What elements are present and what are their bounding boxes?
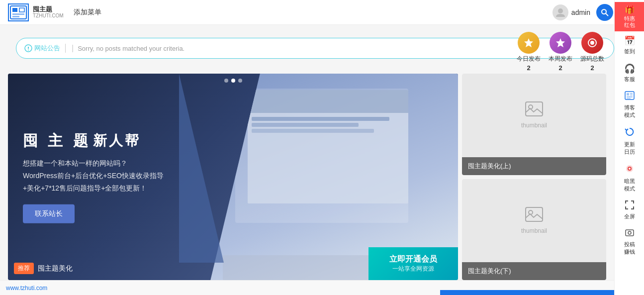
search-button[interactable] xyxy=(596,4,613,21)
card-bottom[interactable]: thumbnail 囤主题美化(下) xyxy=(462,179,606,281)
tag-badge: 推荐 xyxy=(14,263,34,274)
stat-today-label: 今日发布 xyxy=(517,55,541,63)
svg-rect-13 xyxy=(630,93,633,94)
svg-rect-4 xyxy=(12,16,19,17)
earn-icon xyxy=(625,228,634,239)
right-sidebar: 🎁 特惠红包 📅 签到 🎧 客服 博客模式 更新日历 暗黑模式 全屏 xyxy=(614,0,644,295)
svg-rect-12 xyxy=(627,98,631,99)
sidebar-update-label: 更新日历 xyxy=(624,141,635,156)
sidebar-signin-label: 签到 xyxy=(624,48,635,55)
moon-icon xyxy=(625,164,635,176)
svg-rect-10 xyxy=(627,93,629,96)
card-footer-bottom: 囤主题美化(下) xyxy=(462,262,606,280)
card-thumb-text-top: thumbnail xyxy=(521,122,547,129)
cta-line1: 立即开通会员 xyxy=(376,254,450,265)
headphone-icon: 🎧 xyxy=(624,63,635,74)
header: 囤主题 TZHUTI.COM 添加菜单 admin xyxy=(0,0,644,25)
svg-rect-11 xyxy=(627,97,633,98)
main-content: 囤 主 题 新人帮 想搭建一个和本站一样的网站吗？ WordPress前台+后台… xyxy=(0,74,614,280)
svg-point-22 xyxy=(28,50,29,51)
announcement-separator: | xyxy=(72,44,74,53)
stat-week-count: 2 xyxy=(558,64,562,72)
blue-progress-bar xyxy=(440,290,614,295)
sidebar-item-dark-mode[interactable]: 暗黑模式 xyxy=(615,160,644,197)
logo-icon xyxy=(8,3,29,21)
image-placeholder-icon xyxy=(525,101,543,120)
svg-rect-27 xyxy=(526,207,543,221)
stat-total-label: 源码总数 xyxy=(580,55,604,63)
stat-today-count: 2 xyxy=(527,64,530,72)
svg-rect-25 xyxy=(526,102,543,116)
banner-title: 囤 主 题 新人帮 xyxy=(23,130,164,151)
banner-area: 囤 主 题 新人帮 想搭建一个和本站一样的网站吗？ WordPress前台+后台… xyxy=(8,74,458,280)
calendar-icon: 📅 xyxy=(624,35,635,46)
svg-rect-14 xyxy=(630,95,633,96)
banner-cta[interactable]: 立即开通会员 一站享全网资源 xyxy=(368,247,458,280)
sidebar-item-contribute[interactable]: 投稿赚钱 xyxy=(615,224,644,260)
total-icon xyxy=(581,32,603,54)
refresh-icon xyxy=(625,127,635,139)
card-title-top: 囤主题美化(上) xyxy=(468,162,511,171)
banner-dots xyxy=(224,79,242,83)
image-placeholder-icon-2 xyxy=(525,207,543,225)
svg-rect-1 xyxy=(12,8,17,12)
stat-total-count: 2 xyxy=(590,64,594,72)
card-thumbnail-top: thumbnail xyxy=(462,74,606,157)
card-top[interactable]: thumbnail 囤主题美化(上) xyxy=(462,74,606,175)
svg-rect-3 xyxy=(12,13,24,15)
sidebar-service-label: 客服 xyxy=(624,76,635,83)
svg-rect-2 xyxy=(19,8,24,12)
cards-area: thumbnail 囤主题美化(上) thumbnail 囤主题美化(下) xyxy=(462,74,606,280)
stat-week[interactable]: 本周发布 2 xyxy=(549,32,572,72)
sidebar-item-service[interactable]: 🎧 客服 xyxy=(615,59,644,87)
tag-name: 囤主题美化 xyxy=(38,264,73,273)
svg-point-17 xyxy=(629,168,631,170)
sidebar-item-fullscreen[interactable]: 全屏 xyxy=(615,197,644,224)
stats-bar: 今日发布 2 本周发布 2 源码总数 2 xyxy=(517,32,604,72)
today-icon xyxy=(518,32,540,54)
admin-area: admin xyxy=(552,4,590,20)
dot-3 xyxy=(238,79,242,83)
avatar xyxy=(552,4,568,20)
admin-name: admin xyxy=(571,8,590,16)
banner-tag: 推荐 囤主题美化 xyxy=(14,263,73,274)
week-icon xyxy=(550,32,571,54)
stat-total[interactable]: 源码总数 2 xyxy=(580,32,604,72)
footer-url: www.tzhuti.com xyxy=(6,285,47,292)
svg-point-5 xyxy=(558,8,563,13)
fullscreen-icon xyxy=(625,200,634,211)
geo-shape1 xyxy=(179,74,224,263)
sidebar-blog-label: 博客模式 xyxy=(624,104,635,119)
svg-point-6 xyxy=(602,9,606,14)
svg-point-19 xyxy=(628,231,631,234)
card-footer-top: 囤主题美化(上) xyxy=(462,157,606,175)
blog-icon xyxy=(625,91,635,102)
banner-background: 囤 主 题 新人帮 想搭建一个和本站一样的网站吗？ WordPress前台+后台… xyxy=(8,74,458,280)
card-title-bottom: 囤主题美化(下) xyxy=(468,267,511,276)
sidebar-fullscreen-label: 全屏 xyxy=(624,213,635,220)
sidebar-item-signin[interactable]: 📅 签到 xyxy=(615,31,644,59)
sidebar-special-label: 特惠红包 xyxy=(617,15,642,28)
sidebar-item-update-calendar[interactable]: 更新日历 xyxy=(615,123,644,160)
card-thumb-text-bottom: thumbnail xyxy=(521,227,547,234)
banner-text-area: 囤 主 题 新人帮 想搭建一个和本站一样的网站吗？ WordPress前台+后台… xyxy=(23,130,164,223)
banner-description: 想搭建一个和本站一样的网站吗？ WordPress前台+后台优化+SEO快速收录… xyxy=(23,157,164,195)
svg-point-24 xyxy=(590,41,594,45)
add-menu-button[interactable]: 添加菜单 xyxy=(74,8,552,17)
sidebar-dark-label: 暗黑模式 xyxy=(624,178,635,193)
dot-2 xyxy=(231,79,235,83)
svg-rect-18 xyxy=(626,230,634,236)
contact-button[interactable]: 联系站长 xyxy=(23,204,75,223)
cta-line2: 一站享全网资源 xyxy=(376,265,450,273)
sidebar-item-blog-mode[interactable]: 博客模式 xyxy=(615,87,644,123)
svg-line-7 xyxy=(606,13,608,16)
logo-text: 囤主题 TZHUTI.COM xyxy=(33,5,64,19)
stat-today[interactable]: 今日发布 2 xyxy=(517,32,541,72)
sidebar-contribute-label: 投稿赚钱 xyxy=(624,241,635,256)
announcement-label: 网站公告 xyxy=(24,44,66,53)
sidebar-item-special-offer[interactable]: 🎁 特惠红包 xyxy=(615,2,644,31)
logo-area: 囤主题 TZHUTI.COM xyxy=(8,3,64,21)
dot-1 xyxy=(224,79,228,83)
card-thumbnail-bottom: thumbnail xyxy=(462,179,606,263)
gift-icon: 🎁 xyxy=(617,5,642,15)
